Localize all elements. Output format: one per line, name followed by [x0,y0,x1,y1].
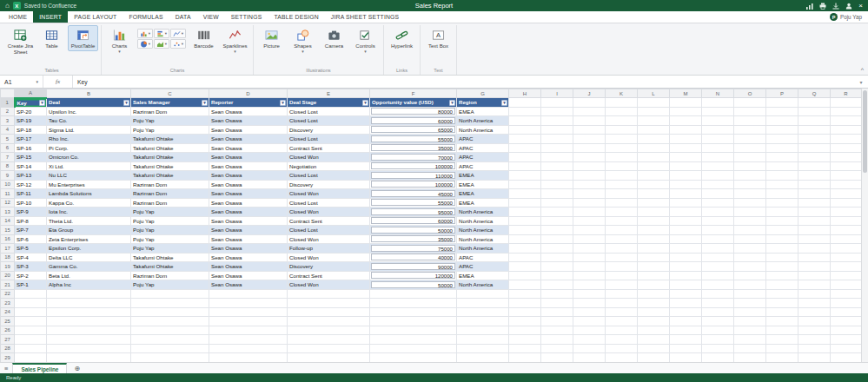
cell[interactable] [606,317,638,326]
cell[interactable] [798,335,831,345]
cell[interactable] [766,135,798,144]
cell[interactable] [734,198,766,207]
cell[interactable] [131,289,209,299]
cell[interactable] [766,234,798,244]
cell[interactable] [831,335,862,345]
cell[interactable] [606,207,638,217]
cell[interactable]: 45000 [370,189,457,199]
cell[interactable] [734,262,766,272]
cell[interactable] [606,307,638,317]
sparklines-button[interactable]: Sparklines ▾ [220,25,250,56]
cell[interactable]: Eta Group [47,226,131,235]
cell[interactable]: 55000 [370,198,457,207]
cell[interactable] [798,107,831,116]
cell[interactable] [509,262,541,272]
cell[interactable] [509,207,541,217]
textbox-button[interactable]: A Text Box [423,25,454,51]
cell[interactable] [766,180,798,189]
row-number-24[interactable]: 24 [1,307,15,317]
cell[interactable] [766,161,798,171]
cell[interactable] [541,143,573,153]
sheet-tab-sales-pipeline[interactable]: Sales Pipeline [12,363,67,373]
table-button[interactable]: Table [36,25,67,51]
cell[interactable] [702,107,734,116]
cell[interactable]: Iota Inc. [47,207,131,217]
cell[interactable] [457,353,509,363]
cell[interactable] [831,271,862,280]
cell[interactable]: SP-10 [15,198,47,207]
cell[interactable] [638,171,670,181]
cell[interactable]: Rho Inc. [47,135,131,144]
cell[interactable] [541,244,573,254]
cell[interactable] [509,289,541,299]
tab-home[interactable]: HOME [3,11,33,23]
cell[interactable]: 65000 [370,125,457,135]
cell[interactable] [670,107,702,116]
cell[interactable] [638,299,670,308]
cell[interactable] [670,143,702,153]
cell[interactable] [573,216,606,226]
row-number-22[interactable]: 22 [1,289,15,299]
cell[interactable]: EMEA [457,271,509,280]
column-header-A[interactable]: A [15,89,47,98]
cell[interactable] [831,253,862,262]
cell[interactable] [798,317,831,326]
column-header-P[interactable]: P [766,89,798,98]
cell[interactable] [798,198,831,207]
download-icon[interactable] [832,3,839,10]
cell[interactable] [702,244,734,254]
cell[interactable] [638,271,670,280]
filter-icon[interactable]: ▾ [280,100,286,106]
cell[interactable] [734,289,766,299]
cell[interactable]: Sean Osawa [209,271,288,280]
formula-input[interactable]: Key [73,76,854,88]
cell[interactable]: 50000 [370,226,457,235]
cell[interactable] [798,207,831,217]
cell[interactable]: Poju Yap [131,226,209,235]
cell[interactable] [638,116,670,126]
row-number-4[interactable]: 4 [1,125,15,135]
filter-icon[interactable]: ▾ [501,100,507,106]
cell[interactable] [47,326,131,335]
cell[interactable]: EMEA [457,198,509,207]
cell[interactable] [47,317,131,326]
avatar[interactable]: P [830,13,838,21]
cell[interactable] [831,307,862,317]
cell[interactable] [670,98,702,108]
cell[interactable]: Sean Osawa [209,253,288,262]
cell[interactable] [541,289,573,299]
cell[interactable]: SP-20 [15,107,47,116]
select-all-corner[interactable] [1,89,15,98]
cell[interactable] [606,98,638,108]
cell[interactable] [734,189,766,199]
row-number-25[interactable]: 25 [1,317,15,326]
cell[interactable]: Raziman Dom [131,271,209,280]
cell[interactable] [573,244,606,254]
cell[interactable] [702,226,734,235]
cell[interactable]: 75000 [370,244,457,254]
cell[interactable] [573,289,606,299]
cell[interactable] [766,143,798,153]
cell[interactable] [638,143,670,153]
cell[interactable] [509,180,541,189]
row-number-8[interactable]: 8 [1,161,15,171]
row-number-9[interactable]: 9 [1,171,15,181]
cell[interactable] [831,353,862,363]
cell[interactable] [606,289,638,299]
cell[interactable] [370,344,457,353]
cell[interactable] [573,317,606,326]
vertical-scrollbar[interactable] [861,89,868,362]
cell[interactable]: North America [457,125,509,135]
cell[interactable] [702,143,734,153]
cell[interactable] [702,234,734,244]
cell[interactable] [670,125,702,135]
cell[interactable] [509,189,541,199]
cell[interactable] [734,271,766,280]
cell[interactable] [15,317,47,326]
cell[interactable] [541,171,573,181]
cell[interactable] [541,335,573,345]
cell[interactable] [831,180,862,189]
cell[interactable] [541,161,573,171]
cell[interactable] [638,198,670,207]
cell[interactable] [457,289,509,299]
